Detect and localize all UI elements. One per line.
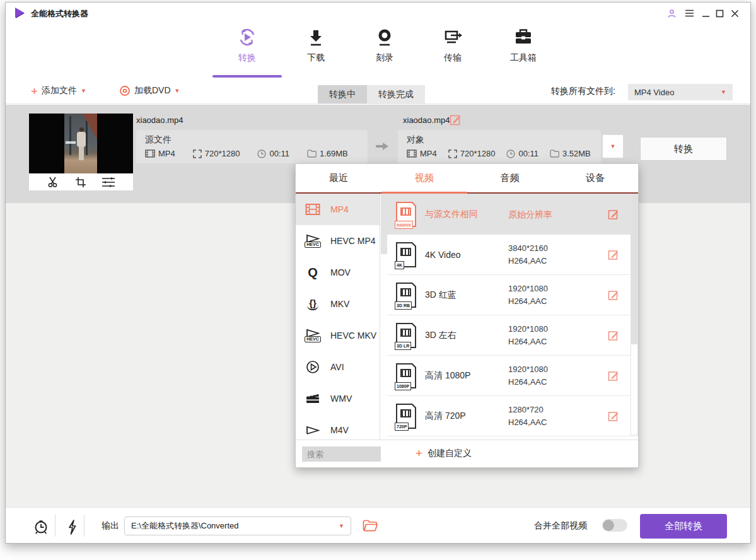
dvd-icon: [119, 85, 131, 96]
preset-codec: H264,AAC: [508, 296, 547, 306]
target-format-value: MP4 Video: [634, 88, 674, 97]
tab-audio[interactable]: 音频: [467, 164, 553, 192]
open-folder-icon[interactable]: [363, 520, 378, 532]
source-panel-title: 源文件: [145, 134, 359, 146]
format-item-avi[interactable]: AVI: [296, 351, 380, 383]
alarm-icon[interactable]: [33, 519, 49, 535]
resolution-icon: [193, 149, 202, 158]
tab-convert-label: 转换: [238, 52, 256, 62]
tab-recent[interactable]: 最近: [296, 164, 381, 192]
adjust-icon[interactable]: [102, 177, 115, 188]
convert-all-button[interactable]: 全部转换: [640, 514, 727, 539]
preset-name: 高清 1080P: [425, 370, 508, 382]
menu-icon[interactable]: [683, 8, 695, 19]
account-icon[interactable]: [666, 8, 677, 19]
format-item-label: WMV: [330, 394, 352, 404]
edit-icon[interactable]: [608, 249, 619, 260]
edit-icon[interactable]: [608, 209, 619, 220]
tab-toolbox[interactable]: 工具箱: [497, 26, 550, 64]
preset-name: 与源文件相同: [425, 209, 508, 220]
preset-list-scrollbar[interactable]: [631, 194, 638, 435]
target-size: 3.52MB: [562, 149, 591, 158]
edit-output-name-icon[interactable]: [450, 114, 462, 125]
download-tab-icon: [289, 26, 342, 49]
preset-3d-leftright[interactable]: 3D LR 3D 左右 1920*1080H264,AAC: [387, 315, 638, 356]
target-format-select[interactable]: MP4 Video ▼: [628, 84, 733, 100]
quicktime-icon: Q: [303, 266, 322, 279]
scrollbar-thumb[interactable]: [381, 194, 387, 254]
preset-resolution: 1920*1080: [508, 324, 548, 334]
format-item-wmv[interactable]: WMV: [296, 383, 380, 414]
scrollbar-thumb[interactable]: [631, 194, 637, 344]
scissors-icon[interactable]: [47, 177, 60, 188]
tab-download[interactable]: 下载: [289, 26, 342, 64]
preset-4k-video[interactable]: 4K 4K Video 3840*2160H264,AAC: [387, 235, 638, 275]
format-item-mov[interactable]: Q MOV: [296, 257, 380, 288]
preset-codec: H264,AAC: [508, 256, 547, 265]
lightning-icon[interactable]: [67, 519, 77, 535]
preset-resolution: 1920*1080: [508, 365, 548, 374]
source-resolution: 720*1280: [205, 149, 240, 158]
source-file-name: xiaodao.mp4: [136, 115, 183, 125]
preset-3d-redblue[interactable]: 3D RB 3D 红蓝 1920*1080H264,AAC: [387, 275, 638, 315]
format-item-hevc-mkv[interactable]: HEVC HEVC MKV: [296, 320, 380, 351]
add-files-label: 添加文件: [42, 85, 77, 96]
edit-icon[interactable]: [608, 411, 619, 422]
preset-codec: H264,AAC: [508, 337, 547, 346]
format-item-hevc-mp4[interactable]: HEVC HEVC MP4: [296, 225, 380, 257]
document-preset-icon: 3D RB: [396, 283, 416, 308]
merge-videos-toggle[interactable]: [602, 519, 627, 532]
row-convert-button[interactable]: 转换: [640, 137, 727, 161]
tab-video[interactable]: 视频: [381, 164, 467, 192]
format-item-mkv[interactable]: {} MKV: [296, 288, 380, 320]
preset-resolution: 1920*1080: [508, 284, 548, 293]
preset-name: 4K Video: [425, 250, 508, 260]
source-size: 1.69MB: [320, 149, 348, 158]
source-document-icon: source: [396, 202, 416, 227]
tab-download-label: 下载: [307, 52, 325, 62]
preset-hd-720p[interactable]: 720P 高清 720P 1280*720H264,AAC: [387, 396, 638, 436]
maximize-icon[interactable]: [714, 8, 725, 19]
edit-icon[interactable]: [608, 370, 619, 382]
tab-device[interactable]: 设备: [552, 164, 638, 192]
tab-burn[interactable]: 刻录: [358, 26, 411, 64]
output-path-select[interactable]: E:\全能格式转换器\Converted ▼: [124, 516, 351, 535]
film-icon: [407, 149, 417, 158]
format-picker-tabs: 最近 视频 音频 设备: [296, 164, 638, 194]
document-preset-icon: 1080P: [396, 363, 416, 388]
target-panel-title: 对象: [407, 134, 592, 146]
target-format-dropdown-button[interactable]: ▼: [602, 134, 624, 158]
add-files-button[interactable]: + 添加文件 ▼: [31, 78, 86, 104]
caret-down-icon: ▼: [81, 88, 86, 94]
app-logo-icon: [15, 8, 24, 18]
create-custom-button[interactable]: + 创建自定义: [416, 447, 472, 459]
edit-icon[interactable]: [608, 330, 619, 341]
format-item-m4v[interactable]: M4V: [296, 414, 380, 440]
tab-converting[interactable]: 转换中: [318, 85, 367, 103]
preset-codec: H264,AAC: [508, 377, 547, 387]
convert-tab-icon: [221, 26, 274, 49]
source-duration: 00:11: [269, 149, 289, 158]
crop-icon[interactable]: [75, 177, 86, 188]
video-frame-art: [64, 114, 97, 173]
convert-status-tabs: 转换中 转换完成: [318, 85, 425, 103]
tab-finished[interactable]: 转换完成: [367, 85, 425, 103]
format-item-mp4[interactable]: MP4: [296, 194, 380, 225]
close-icon[interactable]: [729, 8, 740, 19]
load-dvd-button[interactable]: 加载DVD ▼: [119, 78, 180, 104]
search-input[interactable]: [302, 446, 381, 462]
minimize-icon[interactable]: [700, 8, 711, 19]
preset-name: 3D 左右: [425, 330, 508, 341]
format-list: MP4 HEVC HEVC MP4 Q MOV {} MKV: [296, 194, 380, 440]
tab-transfer[interactable]: 传输: [426, 26, 479, 64]
resolution-icon: [448, 149, 457, 158]
matroska-icon: {}: [303, 298, 322, 310]
bottom-bar: 输出 E:\全能格式转换器\Converted ▼ 合并全部视频 全部转换: [6, 507, 750, 543]
edit-icon[interactable]: [608, 289, 619, 301]
tab-convert[interactable]: 转换: [221, 26, 274, 64]
preset-hd-1080p[interactable]: 1080P 高清 1080P 1920*1080H264,AAC: [387, 356, 638, 396]
toggle-knob: [603, 520, 614, 531]
file-size-icon: [307, 149, 317, 158]
preset-same-as-source[interactable]: source 与源文件相同 原始分辨率: [387, 194, 638, 235]
format-list-scrollbar[interactable]: [380, 194, 387, 440]
